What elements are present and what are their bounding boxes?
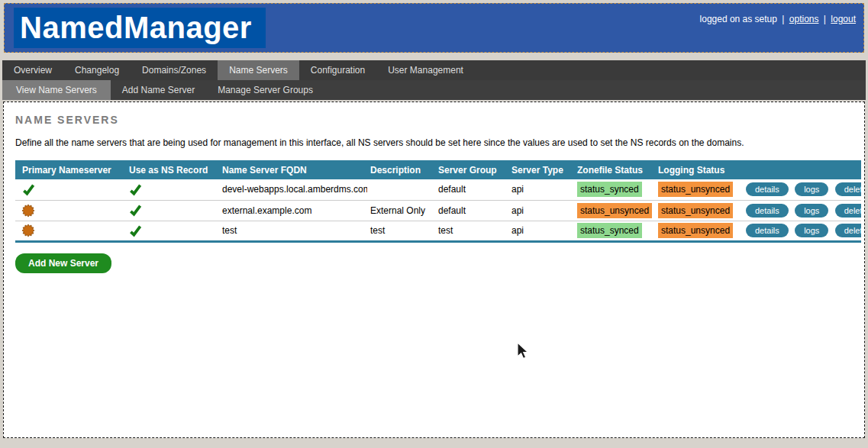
row-actions: details logs delete — [739, 200, 861, 221]
page-description: Define all the name servers that are bei… — [15, 137, 857, 148]
tab-user-management[interactable]: User Management — [376, 60, 475, 80]
check-icon — [129, 204, 142, 217]
app-header: NamedManager logged on as setup | option… — [4, 3, 864, 53]
separator: | — [782, 14, 784, 24]
server-group-cell: default — [435, 179, 508, 200]
column-header-name-server-fqdn: Name Server FQDN — [219, 160, 367, 179]
ns-record-cell — [126, 200, 219, 221]
main-nav: OverviewChangelogDomains/ZonesName Serve… — [2, 60, 866, 100]
server-type-cell: api — [508, 221, 574, 241]
add-new-server-button[interactable]: Add New Server — [15, 253, 111, 273]
logging-status-badge: status_unsynced — [658, 182, 733, 197]
server-group-cell: default — [435, 200, 508, 221]
primary-nameserver-cell — [15, 179, 126, 200]
fqdn-cell: external.example.com — [219, 200, 367, 221]
column-header-server-type: Server Type — [508, 160, 574, 179]
column-header-logging-status: Logging Status — [655, 160, 739, 179]
tab-manage-server-groups[interactable]: Manage Server Groups — [206, 80, 324, 100]
app-logo[interactable]: NamedManager — [14, 8, 266, 48]
logging-status-cell: status_unsynced — [655, 200, 739, 221]
logging-status-badge: status_unsynced — [658, 223, 733, 238]
burst-icon — [22, 205, 34, 217]
tab-domains-zones[interactable]: Domains/Zones — [131, 60, 218, 80]
zonefile-status-cell: status_synced — [574, 179, 655, 200]
fqdn-cell: devel-webapps.local.amberdms.com — [219, 179, 367, 200]
logs-button[interactable]: logs — [795, 182, 828, 196]
user-bar: logged on as setup | options | logout — [700, 14, 856, 24]
logging-status-cell: status_unsynced — [655, 221, 739, 241]
description-cell — [367, 179, 435, 200]
row-actions: details logs delete — [739, 179, 861, 200]
logging-status-cell: status_unsynced — [655, 179, 739, 200]
tab-configuration[interactable]: Configuration — [299, 60, 376, 80]
zonefile-status-cell: status_unsynced — [574, 200, 655, 221]
nav-secondary-row: View Name ServersAdd Name ServerManage S… — [2, 80, 866, 100]
server-type-cell: api — [508, 179, 574, 200]
description-cell: test — [367, 221, 435, 241]
details-button[interactable]: details — [746, 182, 789, 196]
column-header-zonefile-status: Zonefile Status — [574, 160, 655, 179]
tab-view-name-servers[interactable]: View Name Servers — [2, 80, 111, 100]
ns-record-cell — [126, 221, 219, 241]
tab-overview[interactable]: Overview — [2, 60, 63, 80]
column-header-description: Description — [367, 160, 435, 179]
burst-icon — [22, 224, 34, 237]
column-header-primary-nameserver: Primary Nameserver — [15, 160, 126, 179]
logged-on-text: logged on as setup — [700, 14, 777, 24]
zonefile-status-badge: status_unsynced — [577, 203, 652, 218]
table-row: devel-webapps.local.amberdms.com default… — [15, 179, 861, 200]
delete-button[interactable]: delete — [835, 204, 861, 218]
delete-button[interactable]: delete — [835, 182, 861, 196]
nav-primary-row: OverviewChangelogDomains/ZonesName Serve… — [2, 60, 866, 80]
column-header-actions — [739, 160, 861, 179]
column-header-server-group: Server Group — [435, 160, 508, 179]
table-header-row: Primary NameserverUse as NS RecordName S… — [15, 160, 861, 179]
check-icon — [22, 183, 35, 196]
details-button[interactable]: details — [746, 204, 789, 218]
table-row: external.example.com External Only defau… — [15, 200, 861, 221]
primary-nameserver-cell — [15, 221, 126, 241]
zonefile-status-badge: status_synced — [577, 223, 642, 238]
logout-link[interactable]: logout — [831, 14, 856, 24]
logging-status-badge: status_unsynced — [658, 203, 733, 218]
row-actions: details logs delete — [739, 221, 861, 241]
name-servers-table: Primary NameserverUse as NS RecordName S… — [15, 160, 861, 243]
column-header-use-as-ns-record: Use as NS Record — [126, 160, 219, 179]
tab-name-servers[interactable]: Name Servers — [218, 60, 299, 80]
zonefile-status-badge: status_synced — [577, 182, 642, 197]
tab-add-name-server[interactable]: Add Name Server — [111, 80, 206, 100]
server-group-cell: test — [435, 221, 508, 241]
delete-button[interactable]: delete — [835, 224, 861, 237]
description-cell: External Only — [367, 200, 435, 221]
ns-record-cell — [126, 179, 219, 200]
details-button[interactable]: details — [746, 224, 789, 237]
page-content: NAME SERVERS Define all the name servers… — [3, 102, 865, 438]
primary-nameserver-cell — [15, 200, 126, 221]
tab-changelog[interactable]: Changelog — [63, 60, 131, 80]
server-type-cell: api — [508, 200, 574, 221]
page-title: NAME SERVERS — [15, 114, 857, 126]
check-icon — [129, 224, 142, 237]
logs-button[interactable]: logs — [795, 204, 828, 218]
logs-button[interactable]: logs — [795, 224, 828, 237]
fqdn-cell: test — [219, 221, 367, 241]
check-icon — [129, 183, 142, 196]
zonefile-status-cell: status_synced — [574, 221, 655, 241]
separator: | — [824, 14, 826, 24]
table-row: test test test api status_synced status_… — [15, 221, 861, 241]
options-link[interactable]: options — [789, 14, 819, 24]
